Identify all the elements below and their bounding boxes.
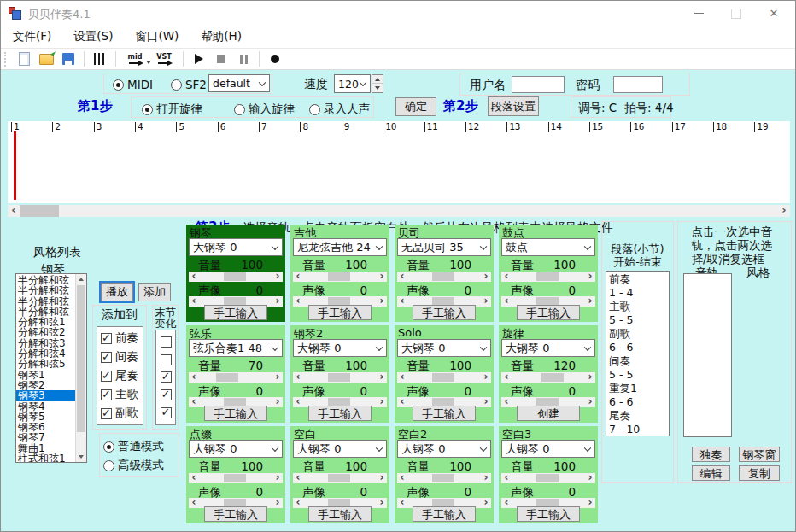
manual-input-button[interactable]: 手工输入 [517, 506, 580, 522]
username-input[interactable] [512, 76, 565, 93]
playback-cursor[interactable] [14, 131, 16, 200]
play-icon[interactable] [189, 50, 209, 68]
manual-input-button[interactable]: 手工输入 [308, 305, 372, 320]
style-list-item[interactable]: 半分解和弦 [16, 275, 75, 285]
scrollbar-thumb[interactable] [20, 205, 59, 217]
track-panel-7[interactable]: 旋律 大钢琴 0 音量 120 声像 0 创建 [499, 325, 598, 423]
slider-right-icon[interactable] [585, 473, 595, 483]
track-panel-3[interactable]: 鼓点 鼓点 音量 100 声像 0 手工输入 [499, 225, 598, 322]
section-settings-button[interactable]: 段落设置 [488, 96, 539, 116]
add-style-button[interactable]: 添加 [138, 283, 171, 301]
menu-item-1[interactable]: 设置(S) [73, 29, 113, 44]
slider-right-icon[interactable] [272, 272, 283, 282]
style-list-item[interactable]: 钢琴6 [16, 422, 75, 432]
checkbox[interactable] [101, 389, 112, 400]
section-range[interactable]: 6 - 6 [606, 341, 669, 354]
volume-slider[interactable] [397, 272, 491, 282]
slider-left-icon[interactable] [189, 296, 199, 307]
mode-option-0[interactable]: 普通模式 [100, 437, 179, 456]
last-bar-checkbox-0[interactable] [161, 336, 172, 348]
add-to-option-4[interactable]: 副歌 [97, 404, 143, 423]
instrument-select[interactable]: 大钢琴 0 [189, 440, 283, 458]
menu-item-0[interactable]: 文件(F) [13, 29, 51, 44]
volume-slider[interactable] [189, 473, 283, 483]
add-to-option-2[interactable]: 尾奏 [97, 366, 143, 385]
instrument-select[interactable]: 大钢琴 0 [189, 238, 283, 256]
checkbox[interactable] [101, 408, 112, 419]
instrument-select[interactable]: 大钢琴 0 [293, 339, 387, 357]
manual-input-button[interactable]: 手工输入 [308, 506, 372, 522]
slider-left-icon[interactable] [189, 372, 199, 383]
instrument-select[interactable]: 大钢琴 0 [293, 440, 387, 458]
record-icon[interactable] [265, 50, 285, 68]
melody-option-1[interactable]: 输入旋律 [234, 102, 295, 117]
slider-left-icon[interactable] [293, 372, 303, 383]
add-to-option-3[interactable]: 主歌 [97, 385, 143, 404]
manual-input-button[interactable]: 创建 [517, 406, 580, 421]
instrument-select[interactable]: 弦乐合奏1 48 [189, 339, 283, 357]
track-panel-9[interactable]: 空白 大钢琴 0 音量 100 声像 0 手工输入 [290, 426, 389, 523]
speed-select[interactable]: 120 [334, 74, 371, 93]
volume-slider[interactable] [397, 473, 491, 483]
last-bar-checkbox-2[interactable] [161, 371, 172, 383]
soundfont-select[interactable]: default [208, 74, 270, 92]
track-panel-2[interactable]: 贝司 无品贝司 35 音量 100 声像 0 手工输入 [395, 225, 494, 322]
section-name[interactable]: 尾奏 [606, 409, 669, 423]
section-range[interactable]: 7 - 10 [606, 423, 669, 436]
spin-up-icon[interactable] [372, 75, 383, 84]
volume-slider[interactable] [501, 372, 595, 383]
melody-option-2[interactable]: 录入人声 [309, 102, 370, 117]
slider-right-icon[interactable] [377, 272, 387, 282]
style-list-item[interactable]: 分解和弦4 [16, 348, 75, 359]
manual-input-button[interactable]: 手工输入 [517, 305, 580, 320]
slider-thumb[interactable] [224, 474, 246, 482]
volume-slider[interactable] [189, 372, 283, 383]
style-list-item[interactable]: 半分解和弦 [16, 307, 75, 317]
slider-thumb[interactable] [328, 474, 350, 482]
track-panel-1[interactable]: 吉他 尼龙弦吉他 24 音量 100 声像 0 手工输入 [290, 225, 389, 322]
slider-left-icon[interactable] [293, 296, 303, 307]
radio-button[interactable] [103, 460, 114, 471]
section-name[interactable]: 间奏 [606, 354, 669, 368]
style-list-item[interactable]: 分解和弦3 [16, 338, 75, 348]
style-list-item[interactable]: 钢琴4 [16, 401, 75, 412]
slider-left-icon[interactable] [189, 397, 199, 407]
slider-left-icon[interactable] [293, 397, 303, 407]
track-panel-0[interactable]: 钢琴 大钢琴 0 音量 100 声像 0 手工输入 [186, 225, 285, 322]
slider-right-icon[interactable] [377, 473, 387, 483]
track-panel-10[interactable]: 空白2 大钢琴 0 音量 100 声像 0 手工输入 [395, 426, 494, 523]
slider-right-icon[interactable] [585, 498, 595, 508]
stop-icon[interactable] [211, 50, 231, 68]
style-list-item[interactable]: 钢琴1 [16, 370, 75, 380]
vst-export-icon[interactable]: VST [150, 50, 178, 68]
sf2-radio-row[interactable]: SF2 [171, 78, 207, 91]
instrument-select[interactable]: 大钢琴 0 [501, 440, 595, 458]
style-list-item[interactable]: 半分解和弦 [16, 285, 75, 295]
menu-item-3[interactable]: 帮助(H) [201, 29, 242, 44]
minimize-button[interactable] [684, 1, 713, 26]
slider-left-icon[interactable] [501, 296, 512, 307]
spin-down-icon[interactable] [372, 84, 383, 92]
toolbar-grip[interactable] [4, 52, 7, 67]
slider-left-icon[interactable] [189, 272, 199, 282]
slider-left-icon[interactable] [189, 473, 199, 483]
slider-right-icon[interactable] [481, 372, 491, 383]
slider-left-icon[interactable] [293, 272, 303, 282]
add-to-option-1[interactable]: 间奏 [97, 348, 143, 366]
close-button[interactable] [759, 1, 788, 26]
radio-button[interactable] [103, 441, 114, 453]
scroll-down-icon[interactable] [76, 452, 86, 462]
section-name[interactable]: 前奏 [606, 272, 669, 286]
instrument-select[interactable]: 尼龙弦吉他 24 [293, 238, 387, 256]
volume-slider[interactable] [397, 372, 491, 383]
slider-left-icon[interactable] [397, 372, 407, 383]
save-icon[interactable] [58, 50, 79, 68]
new-file-icon[interactable] [14, 50, 34, 68]
play-style-button[interactable]: 播放 [101, 283, 133, 301]
slider-right-icon[interactable] [272, 473, 283, 483]
section-range[interactable]: 6 - 6 [606, 395, 669, 409]
scrollbar-thumb[interactable] [77, 285, 85, 432]
slider-right-icon[interactable] [481, 473, 491, 483]
slider-right-icon[interactable] [585, 272, 595, 282]
slider-left-icon[interactable] [397, 397, 407, 407]
